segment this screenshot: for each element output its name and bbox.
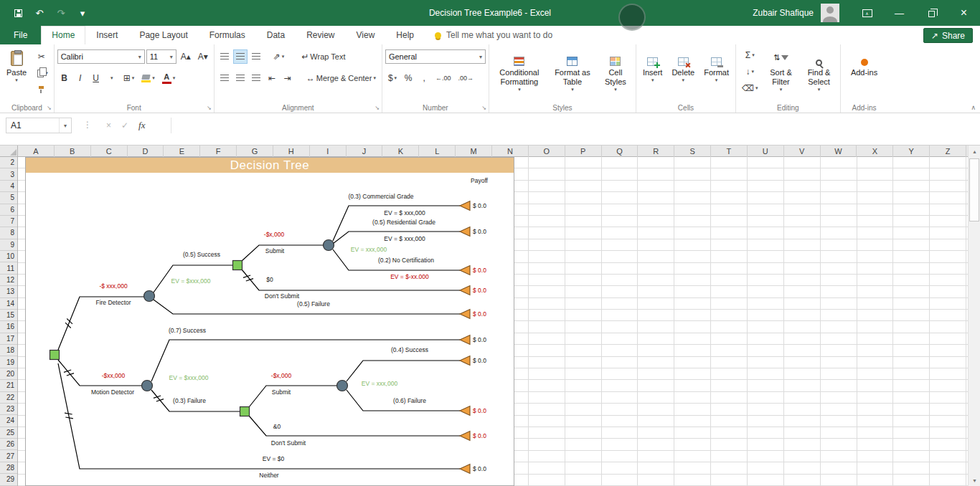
column-header-N[interactable]: N [492, 146, 529, 157]
row-header-4[interactable]: 4 [0, 181, 17, 192]
collapse-ribbon-icon[interactable]: ∧ [971, 104, 976, 111]
user-name[interactable]: Zubair Shafique [753, 8, 814, 18]
autosum-button[interactable]: Σ▾ [739, 48, 760, 62]
share-button[interactable]: ↗ Share [923, 28, 973, 43]
insert-function-icon[interactable]: fx [138, 120, 145, 131]
tab-insert[interactable]: Insert [85, 26, 128, 44]
row-header-8[interactable]: 8 [0, 227, 17, 239]
name-box[interactable]: A1 ▾ [6, 118, 72, 133]
column-header-G[interactable]: G [237, 146, 273, 157]
row-header-14[interactable]: 14 [0, 298, 17, 310]
column-header-R[interactable]: R [638, 146, 674, 157]
minimize-button[interactable]: — [883, 0, 915, 26]
format-as-table-button[interactable]: Format as Table ▾ [549, 47, 596, 98]
tab-help[interactable]: Help [385, 26, 425, 44]
row-header-17[interactable]: 17 [0, 333, 17, 345]
scroll-up-icon[interactable]: ▲ [969, 146, 980, 157]
column-header-O[interactable]: O [529, 146, 565, 157]
row-header-18[interactable]: 18 [0, 345, 17, 356]
bottom-align-button[interactable] [249, 49, 263, 64]
restore-button[interactable] [915, 0, 948, 26]
vertical-scrollbar[interactable]: ▲ ▼ [968, 146, 980, 486]
column-header-M[interactable]: M [456, 146, 492, 157]
underline-dropdown-icon[interactable]: ▾ [105, 71, 119, 85]
column-header-I[interactable]: I [310, 146, 347, 157]
column-header-D[interactable]: D [128, 146, 164, 157]
row-header-10[interactable]: 10 [0, 251, 17, 262]
middle-align-button[interactable] [233, 49, 248, 64]
borders-button[interactable]: ⊞▾ [121, 71, 138, 85]
percent-style-button[interactable]: % [401, 71, 415, 85]
underline-button[interactable]: U [89, 71, 103, 85]
font-size-combobox[interactable]: 11▾ [146, 49, 176, 64]
column-header-T[interactable]: T [711, 146, 748, 157]
row-header-2[interactable]: 2 [0, 157, 17, 168]
row-header-22[interactable]: 22 [0, 392, 17, 404]
number-format-combobox[interactable]: General▾ [385, 49, 486, 64]
comma-style-button[interactable]: , [417, 71, 431, 85]
decision-tree-chart[interactable]: Decision Tree $ 0.0$ 0.0$ 0.0$ 0.0$ 0.0$… [25, 157, 514, 486]
font-dialog-launcher-icon[interactable]: ↘ [207, 105, 212, 111]
decrease-indent-button[interactable]: ⇤ [265, 71, 279, 85]
paste-button[interactable]: Paste ▾ [3, 47, 30, 98]
user-avatar[interactable] [821, 4, 839, 22]
column-header-Z[interactable]: Z [930, 146, 966, 157]
row-header-13[interactable]: 13 [0, 286, 17, 297]
column-header-X[interactable]: X [857, 146, 893, 157]
cancel-icon[interactable]: × [106, 120, 111, 130]
sort-filter-button[interactable]: ⇅ Sort & Filter ▾ [763, 47, 799, 98]
cell-styles-button[interactable]: Cell Styles ▾ [598, 47, 633, 98]
cut-button[interactable]: ✂ [32, 49, 51, 64]
font-name-combobox[interactable]: Calibri▾ [57, 49, 145, 64]
increase-decimal-button[interactable]: ←.00 [433, 71, 454, 85]
undo-icon[interactable]: ↶ [29, 0, 50, 26]
fill-button[interactable]: ↓▾ [739, 65, 760, 79]
row-header-21[interactable]: 21 [0, 380, 17, 391]
row-header-9[interactable]: 9 [0, 239, 17, 251]
row-header-11[interactable]: 11 [0, 262, 17, 274]
column-header-A[interactable]: A [18, 146, 55, 157]
formula-input[interactable] [171, 118, 974, 133]
name-box-dropdown-icon[interactable]: ▾ [59, 118, 71, 133]
tab-view[interactable]: View [346, 26, 386, 44]
shrink-font-button[interactable]: A▾ [195, 49, 211, 64]
copy-button[interactable]: ▾ [32, 66, 51, 80]
fill-color-button[interactable]: ▾ [138, 71, 158, 85]
row-header-23[interactable]: 23 [0, 404, 17, 415]
wrap-text-button[interactable]: ↵ Wrap Text [298, 49, 348, 64]
top-align-button[interactable] [217, 49, 232, 64]
italic-button[interactable]: I [73, 71, 88, 85]
tab-data[interactable]: Data [256, 26, 296, 44]
increase-indent-button[interactable]: ⇥ [281, 71, 295, 85]
find-select-button[interactable]: Find & Select ▾ [801, 47, 837, 98]
conditional-formatting-button[interactable]: Conditional Formatting ▾ [492, 47, 547, 98]
row-header-15[interactable]: 15 [0, 310, 17, 321]
customize-quick-access-icon[interactable]: ▾ [72, 0, 93, 26]
column-header-B[interactable]: B [55, 146, 91, 157]
format-painter-button[interactable] [32, 82, 51, 97]
tell-me-box[interactable]: Tell me what you want to do [435, 26, 552, 44]
merge-center-button[interactable]: ↔ Merge & Center ▾ [303, 71, 379, 85]
row-header-19[interactable]: 19 [0, 356, 17, 368]
ribbon-display-options-icon[interactable]: ∧ [851, 0, 883, 26]
accounting-format-button[interactable]: $▾ [385, 71, 400, 85]
row-header-3[interactable]: 3 [0, 168, 17, 180]
column-header-P[interactable]: P [565, 146, 602, 157]
paste-dropdown-icon[interactable]: ▾ [15, 77, 18, 83]
clipboard-dialog-launcher-icon[interactable]: ↘ [47, 105, 52, 111]
save-icon[interactable] [7, 0, 29, 26]
row-header-16[interactable]: 16 [0, 321, 17, 333]
align-left-button[interactable] [217, 71, 232, 85]
redo-icon[interactable]: ↷ [50, 0, 72, 26]
row-header-28[interactable]: 28 [0, 462, 17, 474]
select-all-corner[interactable] [0, 146, 18, 157]
align-center-button[interactable] [233, 71, 248, 85]
decrease-decimal-button[interactable]: .00→ [456, 71, 477, 85]
number-dialog-launcher-icon[interactable]: ↘ [481, 105, 486, 111]
delete-cells-button[interactable]: Delete ▾ [668, 47, 698, 98]
tab-review[interactable]: Review [296, 26, 345, 44]
column-header-C[interactable]: C [91, 146, 128, 157]
bold-button[interactable]: B [57, 71, 72, 85]
row-header-7[interactable]: 7 [0, 216, 17, 227]
column-header-S[interactable]: S [674, 146, 711, 157]
